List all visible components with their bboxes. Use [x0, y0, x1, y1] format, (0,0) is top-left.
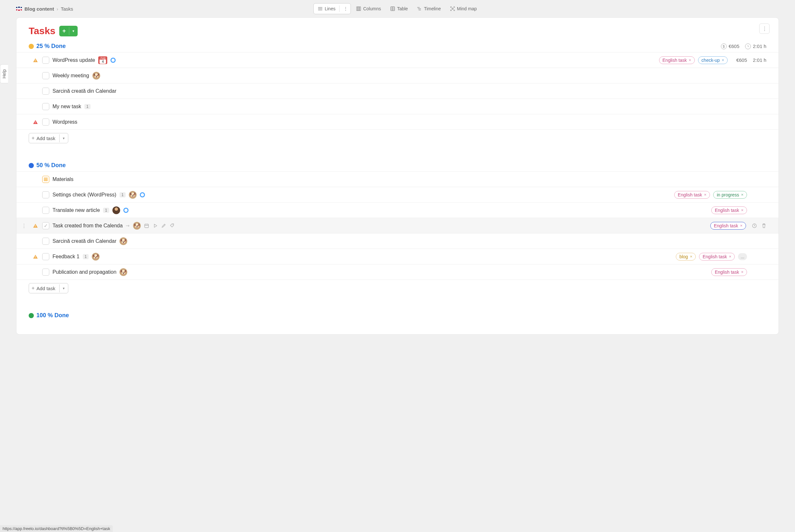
assignee-avatar[interactable]: [119, 238, 127, 245]
tag-remove-icon[interactable]: ×: [740, 223, 742, 228]
task-row[interactable]: Materials: [16, 171, 779, 187]
task-row[interactable]: Publication and propagation English task…: [16, 264, 779, 280]
tag-check-up[interactable]: check-up×: [698, 56, 728, 64]
tag-english-task[interactable]: English task×: [710, 222, 746, 230]
assignee-avatar[interactable]: [129, 191, 137, 199]
group-50-header[interactable]: 50 % Done: [16, 159, 779, 171]
task-title: Publication and propagation: [53, 269, 116, 275]
task-row[interactable]: My new task 1: [16, 98, 779, 114]
status-circle-icon[interactable]: [111, 58, 116, 63]
priority-warn-icon: [33, 255, 38, 259]
calendar-icon[interactable]: [144, 223, 149, 228]
lines-icon: [318, 6, 323, 11]
tag-in-progress[interactable]: in progress×: [713, 191, 747, 199]
svg-rect-1: [358, 7, 359, 11]
tag-english-task[interactable]: English task×: [711, 268, 747, 276]
tag-remove-icon[interactable]: ×: [741, 208, 743, 212]
add-task-button[interactable]: +Add task ▾: [29, 133, 68, 143]
card-menu-button[interactable]: ⋮: [759, 23, 770, 34]
chevron-right-icon: ›: [57, 6, 58, 12]
date-badge[interactable]: Aug 4: [98, 56, 107, 64]
tag-remove-icon[interactable]: ×: [729, 254, 732, 259]
task-checkbox[interactable]: [42, 103, 49, 110]
subtask-count: 1: [119, 192, 126, 197]
open-link-icon[interactable]: ↗: [125, 223, 131, 229]
tag-icon[interactable]: [170, 223, 175, 228]
tag-remove-icon[interactable]: ×: [722, 58, 724, 62]
task-checkbox[interactable]: [42, 72, 49, 79]
task-checkbox[interactable]: [42, 253, 49, 260]
task-title: Task created from the Calenda: [53, 223, 123, 229]
task-row[interactable]: WordPress update Aug 4 English task× che…: [16, 52, 779, 68]
view-mindmap[interactable]: Mind map: [446, 3, 480, 14]
task-row[interactable]: Sarcină creată din Calendar: [16, 233, 779, 249]
assignee-avatar[interactable]: [92, 253, 99, 261]
task-checkbox[interactable]: [42, 191, 49, 198]
task-row[interactable]: Sarcină creată din Calendar: [16, 83, 779, 98]
reminder-icon[interactable]: [752, 223, 757, 228]
task-row[interactable]: Wordpress: [16, 114, 779, 130]
breadcrumb-project[interactable]: Blog content: [24, 6, 54, 12]
tag-english-task[interactable]: English task×: [674, 191, 710, 199]
tag-remove-icon[interactable]: ×: [741, 269, 743, 274]
view-columns[interactable]: Columns: [352, 3, 385, 14]
view-timeline[interactable]: Timeline: [413, 3, 444, 14]
add-button[interactable]: + ▾: [59, 26, 78, 36]
task-checkbox[interactable]: [42, 207, 49, 214]
delete-icon[interactable]: [761, 223, 766, 228]
task-checkbox[interactable]: [42, 57, 49, 64]
tag-english-task[interactable]: English task×: [659, 56, 695, 64]
task-checkbox[interactable]: [42, 88, 49, 95]
task-checkbox[interactable]: [42, 269, 49, 276]
svg-point-4: [452, 8, 453, 10]
view-lines[interactable]: Lines ⋮: [314, 3, 351, 14]
task-row[interactable]: ⋮ ✓ Task created from the Calenda ↗ Engl…: [16, 218, 779, 233]
task-checkbox[interactable]: ✓: [42, 222, 49, 229]
timeline-icon: [417, 6, 422, 11]
tag-remove-icon[interactable]: ×: [689, 58, 691, 62]
view-table-label: Table: [397, 6, 408, 11]
assignee-avatar[interactable]: [119, 268, 127, 276]
group-title: 50 % Done: [36, 162, 66, 169]
view-lines-menu[interactable]: ⋮: [342, 6, 349, 11]
group-25-header[interactable]: 25 % Done $ €605 2:01 h: [16, 40, 779, 52]
assignee-avatar[interactable]: [112, 206, 120, 214]
task-row[interactable]: Translate new article 1 English task×: [16, 202, 779, 218]
svg-point-10: [172, 225, 173, 225]
play-icon[interactable]: [153, 224, 157, 228]
add-task-dropdown[interactable]: ▾: [59, 284, 68, 292]
assignee-avatar[interactable]: [92, 72, 100, 79]
drag-handle-icon[interactable]: ⋮: [22, 223, 26, 229]
tag-more[interactable]: ...: [738, 253, 747, 260]
task-title: Sarcină creată din Calendar: [53, 88, 116, 94]
task-row[interactable]: Settings check (WordPress) 1 English tas…: [16, 187, 779, 202]
tag-remove-icon[interactable]: ×: [741, 192, 743, 197]
group-100-header[interactable]: 100 % Done: [16, 309, 779, 321]
add-task-button[interactable]: +Add task ▾: [29, 283, 68, 293]
breadcrumb: Blog content › Tasks: [16, 6, 73, 12]
status-dot-icon: [29, 313, 34, 318]
tag-english-task[interactable]: English task×: [699, 253, 735, 261]
tag-remove-icon[interactable]: ×: [690, 254, 693, 259]
doc-icon[interactable]: [42, 176, 49, 183]
hover-actions: [144, 223, 175, 228]
add-dropdown[interactable]: ▾: [69, 27, 78, 35]
assignee-avatar[interactable]: [133, 222, 141, 230]
task-checkbox[interactable]: [42, 118, 49, 126]
status-circle-icon[interactable]: [124, 208, 129, 213]
view-table[interactable]: Table: [386, 3, 412, 14]
task-checkbox[interactable]: [42, 238, 49, 245]
tag-remove-icon[interactable]: ×: [704, 192, 707, 197]
view-columns-label: Columns: [363, 6, 381, 11]
group-duration: 2:01 h: [745, 43, 766, 49]
task-row[interactable]: Feedback 1 1 blog× English task× ...: [16, 249, 779, 264]
tag-english-task[interactable]: English task×: [711, 206, 747, 214]
tag-blog[interactable]: blog×: [676, 253, 696, 261]
svg-rect-0: [357, 7, 358, 11]
help-tab[interactable]: Help: [0, 64, 8, 83]
status-circle-icon[interactable]: [140, 192, 145, 197]
subtask-count: 1: [84, 104, 91, 109]
add-task-dropdown[interactable]: ▾: [59, 134, 68, 142]
task-row[interactable]: Weekly meeting: [16, 68, 779, 83]
edit-icon[interactable]: [162, 224, 166, 228]
